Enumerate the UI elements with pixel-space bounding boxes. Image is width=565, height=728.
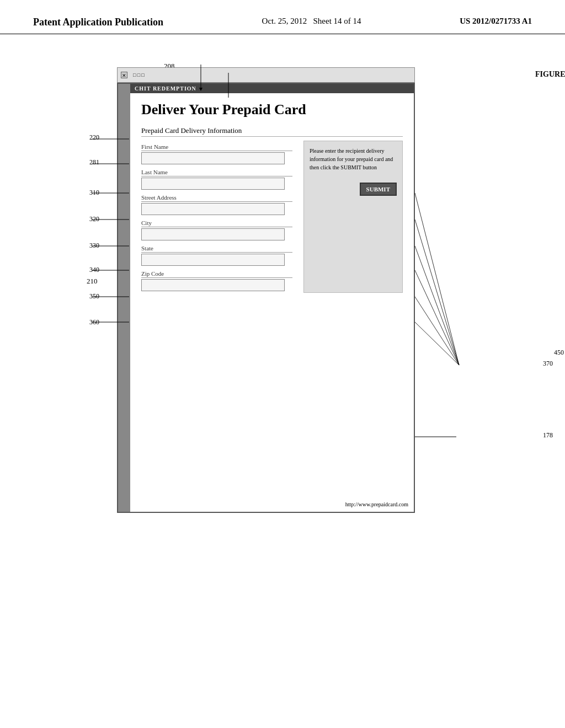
- svg-line-15: [415, 322, 459, 365]
- state-input[interactable]: [141, 254, 285, 266]
- instruction-text: Please enter the recipient delivery info…: [310, 147, 397, 172]
- zip-code-input[interactable]: [141, 279, 285, 291]
- header-date: Oct. 25, 2012: [262, 17, 307, 25]
- header-right-text: US 2012/0271733 A1: [460, 17, 532, 26]
- submit-button[interactable]: SUBMIT: [360, 183, 397, 196]
- city-input[interactable]: [141, 228, 285, 240]
- ref-320-label: 320: [89, 215, 99, 223]
- form-fields: First Name Last Name: [141, 143, 292, 296]
- header-sheet: Sheet 14 of 14: [313, 17, 361, 25]
- first-name-field: First Name: [141, 143, 292, 164]
- svg-line-11: [415, 220, 459, 365]
- city-label: City: [141, 220, 292, 227]
- state-label: State: [141, 245, 292, 253]
- ref-340-label: 340: [89, 266, 99, 274]
- main-content: 208 232 210 ✕ □ □ □: [0, 45, 565, 518]
- ref-370-label: 370: [543, 360, 553, 368]
- submit-area: SUBMIT: [310, 180, 397, 196]
- ref-210-label: 210: [87, 277, 98, 286]
- browser-close-btn[interactable]: ✕: [121, 72, 127, 78]
- svg-line-10: [415, 193, 459, 365]
- page-body: Deliver Your Prepaid Card Prepaid Card D…: [130, 93, 414, 304]
- left-sidebar: [118, 84, 130, 512]
- ref-330-label: 330: [89, 242, 99, 250]
- nav-title: CHIT REDEMPTION: [135, 85, 196, 92]
- ref-360-label: 360: [89, 318, 99, 326]
- street-address-input[interactable]: [141, 203, 285, 215]
- footer-url: http://www.prepaidcard.com: [345, 501, 408, 507]
- svg-line-12: [415, 246, 459, 365]
- figure-area: 208 232 210 ✕ □ □ □: [56, 67, 509, 513]
- browser-window: ✕ □ □ □ CHIT REDEMPTION: [117, 67, 415, 513]
- page-header: Patent Application Publication Oct. 25, …: [0, 0, 565, 34]
- header-left-text: Patent Application Publication: [33, 17, 163, 28]
- ref-450-label: 450: [554, 349, 564, 357]
- first-name-input[interactable]: [141, 152, 285, 164]
- figure-number: FIGURE 16: [535, 70, 565, 79]
- ref-178-label: 178: [543, 431, 553, 440]
- ref-310-label: 310: [89, 189, 99, 197]
- page-title: Deliver Your Prepaid Card: [141, 101, 403, 118]
- ref-350-label: 350: [89, 292, 99, 301]
- browser-chrome: ✕ □ □ □: [117, 67, 415, 83]
- last-name-input[interactable]: [141, 178, 285, 190]
- last-name-label: Last Name: [141, 169, 292, 176]
- zip-code-field: Zip Code: [141, 270, 292, 291]
- first-name-label: First Name: [141, 143, 292, 151]
- street-address-field: Street Address: [141, 194, 292, 215]
- header-center: Oct. 25, 2012 Sheet 14 of 14: [262, 17, 361, 26]
- ref-220-label: 220: [89, 133, 99, 142]
- street-address-label: Street Address: [141, 194, 292, 202]
- section-heading: Prepaid Card Delivery Information: [141, 126, 403, 137]
- page-area: CHIT REDEMPTION Deliver Your Prepaid Car…: [117, 83, 415, 513]
- state-field: State: [141, 245, 292, 266]
- svg-line-14: [415, 297, 459, 365]
- last-name-field: Last Name: [141, 169, 292, 190]
- nav-bar: CHIT REDEMPTION: [130, 84, 414, 93]
- city-field: City: [141, 220, 292, 240]
- form-area: First Name Last Name: [141, 143, 403, 296]
- svg-line-13: [415, 270, 459, 365]
- instruction-panel: Please enter the recipient delivery info…: [303, 141, 403, 293]
- ref-281-label: 281: [89, 158, 99, 167]
- browser-address: □ □ □: [133, 72, 145, 78]
- zip-code-label: Zip Code: [141, 270, 292, 278]
- page-content: CHIT REDEMPTION Deliver Your Prepaid Car…: [130, 84, 414, 512]
